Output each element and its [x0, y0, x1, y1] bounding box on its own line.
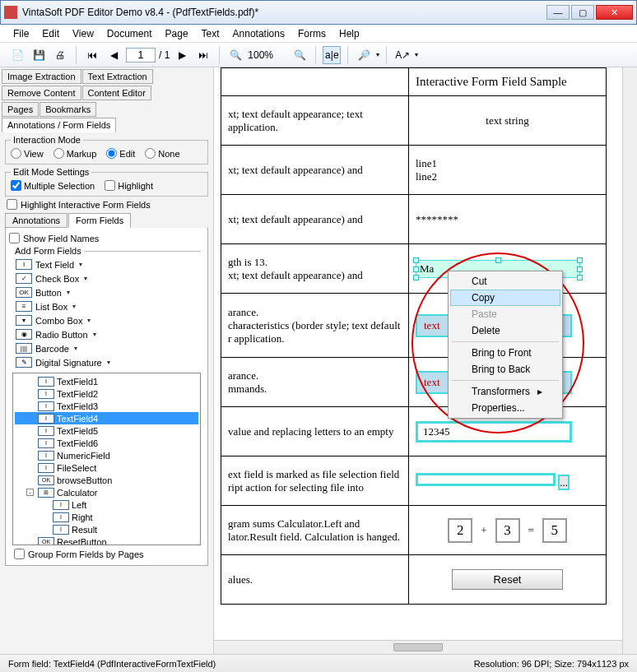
- tree-item[interactable]: ITextField2: [15, 387, 198, 400]
- print-icon[interactable]: 🖨: [51, 46, 69, 64]
- vertical-scrollbar[interactable]: [622, 67, 637, 654]
- menu-help[interactable]: Help: [339, 28, 360, 39]
- cell-value: line1 line2: [409, 146, 607, 195]
- menu-view[interactable]: View: [72, 28, 94, 39]
- page-input[interactable]: [126, 48, 156, 63]
- add-check-box[interactable]: ✓Check Box▾: [12, 271, 201, 285]
- tree-item-selected[interactable]: ITextField4: [15, 412, 198, 424]
- zoom-in-icon[interactable]: 🔍: [291, 46, 309, 64]
- tree-item[interactable]: OKResetButton: [15, 535, 198, 545]
- tree-item[interactable]: ITextField5: [15, 424, 198, 437]
- search-dropdown-icon[interactable]: ▾: [376, 51, 379, 58]
- tree-item[interactable]: INumericField: [15, 449, 198, 461]
- add-barcode[interactable]: ||||Barcode▾: [12, 341, 201, 355]
- tab-image-extraction[interactable]: Image Extraction: [2, 69, 81, 84]
- tab-text-extraction[interactable]: Text Extraction: [82, 69, 153, 84]
- add-combo-box[interactable]: ▾Combo Box▾: [12, 313, 201, 327]
- add-digital-signature[interactable]: ✎Digital Signature▾: [12, 355, 201, 369]
- ctx-cut[interactable]: Cut: [450, 273, 560, 290]
- tree-item[interactable]: IResult: [15, 523, 198, 535]
- cell-desc: gth is 13. xt; text default appearance) …: [221, 244, 409, 294]
- cell-desc: alues.: [221, 555, 409, 605]
- cell-value: text string: [409, 96, 607, 146]
- menu-forms[interactable]: Forms: [298, 28, 326, 39]
- tree-item[interactable]: OKbrowseButton: [15, 474, 198, 486]
- chk-multiple-selection[interactable]: Multiple Selection: [11, 180, 95, 191]
- calc-left[interactable]: 2: [448, 518, 472, 543]
- ctx-properties[interactable]: Properties...: [450, 400, 560, 416]
- calculator-row: 2 + 3 = 5: [409, 506, 607, 555]
- toolbar: 📄 💾 🖨 ⏮ ◀ / 1 ▶ ⏭ 🔍 100% 🔍 a|e 🔎 ▾ A↗ ▾: [0, 43, 637, 67]
- calc-result: 5: [542, 518, 567, 543]
- save-icon[interactable]: 💾: [30, 46, 48, 64]
- ctx-transformers[interactable]: Transformers▸: [450, 383, 560, 400]
- new-icon[interactable]: 📄: [8, 46, 26, 64]
- horizontal-scrollbar[interactable]: [214, 640, 622, 654]
- radio-markup[interactable]: Markup: [53, 148, 97, 159]
- tree-item[interactable]: ITextField6: [15, 437, 198, 449]
- add-text-field[interactable]: IText Field▾: [12, 257, 201, 271]
- edit-mode-legend: Edit Mode Settings: [11, 167, 91, 177]
- search-icon[interactable]: 🔎: [355, 46, 373, 64]
- nav-prev-icon[interactable]: ◀: [105, 46, 123, 64]
- nav-first-icon[interactable]: ⏮: [83, 46, 101, 64]
- radio-edit[interactable]: Edit: [106, 148, 135, 159]
- tree-item[interactable]: ITextField3: [15, 400, 198, 412]
- calc-right[interactable]: 3: [495, 518, 520, 543]
- menu-annotations[interactable]: Annotations: [233, 28, 285, 39]
- browse-button[interactable]: ...: [558, 475, 570, 490]
- tab-remove-content[interactable]: Remove Content: [2, 86, 81, 100]
- menu-text[interactable]: Text: [202, 28, 220, 39]
- menu-document[interactable]: Document: [107, 28, 152, 39]
- field-tree[interactable]: ITextField1 ITextField2 ITextField3 ITex…: [12, 373, 201, 545]
- tab-pages[interactable]: Pages: [2, 102, 39, 117]
- tab-content-editor[interactable]: Content Editor: [82, 86, 151, 100]
- add-fields-legend: Add Form Fields: [12, 246, 84, 256]
- tab-bookmarks[interactable]: Bookmarks: [40, 102, 96, 117]
- menu-file[interactable]: File: [13, 28, 29, 39]
- radio-view[interactable]: View: [11, 148, 44, 159]
- ctx-bring-front[interactable]: Bring to Front: [450, 345, 560, 361]
- chk-show-field-names[interactable]: Show Field Names: [9, 233, 204, 243]
- nav-last-icon[interactable]: ⏭: [194, 46, 212, 64]
- collapse-icon[interactable]: -: [26, 489, 34, 496]
- nav-next-icon[interactable]: ▶: [173, 46, 191, 64]
- chk-group-by-pages[interactable]: Group Form Fields by Pages: [14, 549, 199, 559]
- cell-desc: value and replacing letters to an empty: [221, 407, 409, 456]
- cell-desc: arance. characteristics (border style; t…: [221, 294, 409, 358]
- add-list-box[interactable]: ≡List Box▾: [12, 299, 201, 313]
- close-button[interactable]: ✕: [596, 5, 633, 20]
- tree-item[interactable]: IRight: [15, 511, 198, 523]
- tree-item-group[interactable]: -⊞Calculator: [15, 486, 198, 498]
- add-button[interactable]: OKButton▾: [12, 285, 201, 299]
- chk-highlight-fields[interactable]: Highlight Interactive Form Fields: [7, 199, 207, 210]
- zoom-value[interactable]: 100%: [248, 49, 287, 61]
- extract-dropdown-icon[interactable]: ▾: [415, 51, 418, 58]
- menu-edit[interactable]: Edit: [42, 28, 59, 39]
- subtab-annotations[interactable]: Annotations: [5, 213, 67, 228]
- extract-text-icon[interactable]: A↗: [393, 46, 411, 64]
- tree-item[interactable]: ILeft: [15, 498, 198, 511]
- tab-annotations-fields[interactable]: Annotations / Form Fields: [2, 118, 116, 132]
- tree-item[interactable]: ITextField1: [15, 375, 198, 387]
- ctx-delete[interactable]: Delete: [450, 322, 560, 339]
- add-radio-button[interactable]: ◉Radio Button▾: [12, 327, 201, 341]
- chk-highlight[interactable]: Highlight: [105, 180, 153, 191]
- document-view[interactable]: Interactive Form Field Sample xt; text d…: [214, 67, 622, 654]
- cell-value[interactable]: ...: [409, 456, 607, 506]
- ctx-bring-back[interactable]: Bring to Back: [450, 361, 560, 378]
- zoom-out-icon[interactable]: 🔍: [226, 46, 244, 64]
- text-tool-icon[interactable]: a|e: [323, 46, 341, 64]
- ctx-copy[interactable]: Copy: [450, 290, 560, 306]
- status-right: Resolution: 96 DPI; Size: 794x1123 px: [474, 659, 629, 669]
- status-left: Form field: TextField4 (PdfInteractiveFo…: [8, 659, 216, 669]
- app-icon: [4, 6, 17, 19]
- side-panel: Image Extraction Text Extraction Remove …: [0, 67, 214, 654]
- subtab-form-fields[interactable]: Form Fields: [68, 213, 131, 228]
- reset-button[interactable]: Reset: [452, 569, 564, 590]
- menu-page[interactable]: Page: [165, 28, 188, 39]
- tree-item[interactable]: IFileSelect: [15, 461, 198, 474]
- minimize-button[interactable]: —: [546, 5, 570, 20]
- radio-none[interactable]: None: [145, 148, 179, 159]
- maximize-button[interactable]: ▢: [571, 5, 594, 20]
